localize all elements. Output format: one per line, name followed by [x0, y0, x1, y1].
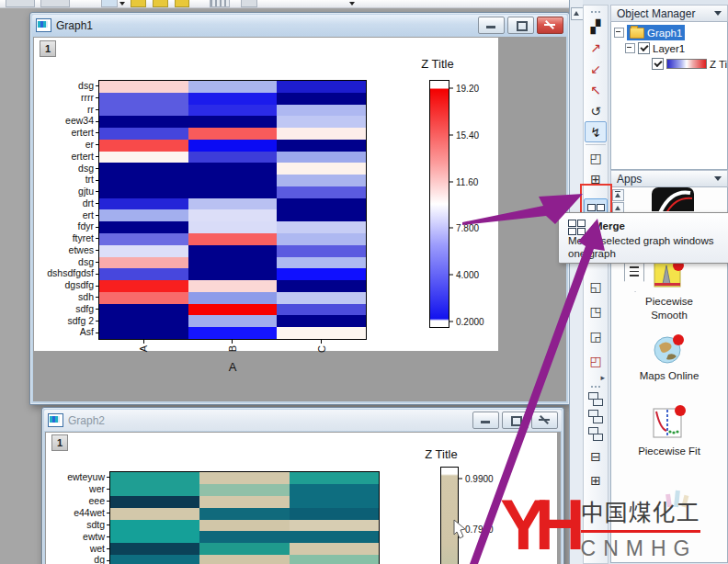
heatmap-row [99, 245, 366, 257]
app-label: Maps Online [611, 369, 727, 383]
heatmap-cell [99, 163, 188, 175]
align-left-icon[interactable] [588, 392, 603, 406]
row-label: etwes [34, 244, 94, 256]
heatmap-cell [188, 221, 278, 233]
collapse-icon[interactable] [614, 28, 624, 38]
restore-button[interactable] [502, 412, 529, 429]
heatmap-cell [188, 128, 278, 140]
folder-icon [630, 28, 644, 39]
heatmap-cell [99, 245, 188, 257]
rescale-tool-icon[interactable]: ↯ [585, 121, 607, 142]
add-inset-icon[interactable]: ◲ [585, 323, 607, 348]
heatmap-row [99, 140, 366, 152]
object-edit-icon[interactable]: ⊞ [585, 468, 607, 492]
collapse-icon[interactable] [625, 43, 635, 53]
heatmap-row [99, 152, 366, 164]
theme-gallery-icon[interactable]: ▞ [585, 16, 607, 37]
dropdown-caret-icon[interactable] [119, 2, 125, 6]
chevron-down-icon[interactable] [714, 11, 722, 16]
heatmap-cell [99, 175, 188, 186]
add-axis-bl-icon[interactable]: ↙ [585, 58, 607, 79]
heatmap-cell [99, 233, 188, 245]
new-layer-icon[interactable]: ◰ [585, 147, 607, 168]
tree-node-graph1[interactable]: Graph1 [611, 25, 727, 40]
toolbar-overflow-button[interactable]: ▸ [584, 373, 608, 382]
apps-header[interactable]: Apps [610, 170, 728, 187]
heatmap-cell [188, 268, 278, 280]
app-piecewise-fit[interactable]: Piecewise Fit [611, 404, 727, 458]
graph1-titlebar[interactable]: Graph1 [32, 15, 567, 36]
heatmap-row [99, 93, 366, 105]
heatmap-cell [99, 315, 188, 327]
heatmap-cell [277, 128, 366, 140]
add-xy-scale-icon[interactable]: ↗ [585, 37, 607, 58]
distribute-icon[interactable] [588, 427, 603, 441]
toolbar-fragment[interactable] [40, 0, 70, 7]
heatmap-cell [99, 186, 188, 198]
heatmap-cell [188, 152, 278, 164]
app-icon-partial[interactable] [652, 187, 694, 211]
heatmap-cell [188, 175, 278, 186]
heatmap-cell [99, 304, 188, 316]
scroll-top-button[interactable] [612, 189, 624, 201]
heatmap-cell [188, 304, 278, 316]
add-axis-tl-icon[interactable]: ↖ [585, 79, 607, 100]
add-inset-data-icon[interactable]: ◰ [585, 348, 607, 373]
checkbox-checked[interactable] [652, 58, 664, 70]
merge-tooltip: Merge Merge selected graph windows one g… [558, 212, 728, 264]
app-maps-online[interactable]: Maps Online [611, 334, 727, 383]
toolbar-spacer-strip [570, 0, 583, 564]
restore-button[interactable] [507, 17, 534, 34]
heatmap-cell [277, 257, 366, 269]
heatmap-cell [99, 209, 188, 221]
tree-node-label: Layer1 [653, 43, 685, 54]
heatmap-cell [99, 152, 188, 164]
row-label: dg [46, 554, 105, 564]
toolbar-grip[interactable] [589, 384, 602, 389]
toolbar-fragment[interactable] [210, 0, 230, 7]
toolbar-fragment[interactable] [241, 0, 257, 7]
extract-to-layers-icon[interactable]: ◱ [585, 274, 607, 299]
object-manager-header[interactable]: Object Manager [610, 5, 728, 22]
row-label: fdyr [34, 220, 94, 232]
color-scale-tick: 15.40 [449, 130, 479, 140]
toolbar-fragment[interactable] [131, 0, 146, 7]
align-top-icon[interactable] [588, 410, 603, 423]
toolbar-fragment[interactable] [153, 0, 168, 7]
row-label: trt [34, 174, 94, 186]
checkbox-checked[interactable] [638, 42, 650, 54]
heatmap-cell [110, 508, 199, 520]
close-button[interactable] [531, 412, 558, 429]
toolbar-fragment[interactable] [6, 0, 35, 7]
heatmap-cell [277, 163, 366, 175]
layer-badge[interactable]: 1 [40, 40, 56, 57]
layer-badge[interactable]: 1 [51, 434, 68, 451]
minimize-button[interactable] [472, 412, 499, 429]
heatmap-row [99, 186, 366, 198]
origin-workspace: Graph1 1 dsgrrrrrreew34erterterertertdsg… [0, 0, 728, 564]
x-axis-title: A [99, 360, 366, 374]
toolbar-scroll-up-button[interactable] [571, 7, 584, 20]
window-title: Graph1 [56, 19, 473, 32]
close-button[interactable] [537, 17, 563, 34]
toolbar-grip[interactable] [589, 9, 602, 14]
tree-node-ztitle[interactable]: Z Title [611, 56, 727, 72]
toolbar-fragment[interactable] [101, 0, 118, 7]
extract-to-graphs-icon[interactable]: ◳ [585, 299, 607, 323]
heatmap-cell [188, 315, 278, 327]
heatmap-cell [110, 531, 199, 543]
chevron-down-icon[interactable] [714, 176, 722, 181]
layer-props-icon[interactable]: ⊟ [585, 445, 607, 468]
minimize-button[interactable] [478, 17, 505, 34]
heatmap-cell [277, 327, 366, 339]
heatmap-row [99, 280, 366, 292]
graph2-titlebar[interactable]: Graph2 [44, 410, 562, 431]
dropdown-caret-icon[interactable] [349, 2, 355, 6]
tree-node-layer1[interactable]: Layer1 [611, 40, 727, 56]
exchange-xy-icon[interactable]: ↺ [585, 100, 607, 121]
toolbar-fragment[interactable] [175, 0, 189, 7]
heatmap-cell [277, 116, 366, 128]
app-piecewise-smooth[interactable]: Piecewise Smooth [611, 260, 727, 322]
heatmap-cell [277, 292, 366, 304]
row-label: ewtw [46, 530, 105, 542]
